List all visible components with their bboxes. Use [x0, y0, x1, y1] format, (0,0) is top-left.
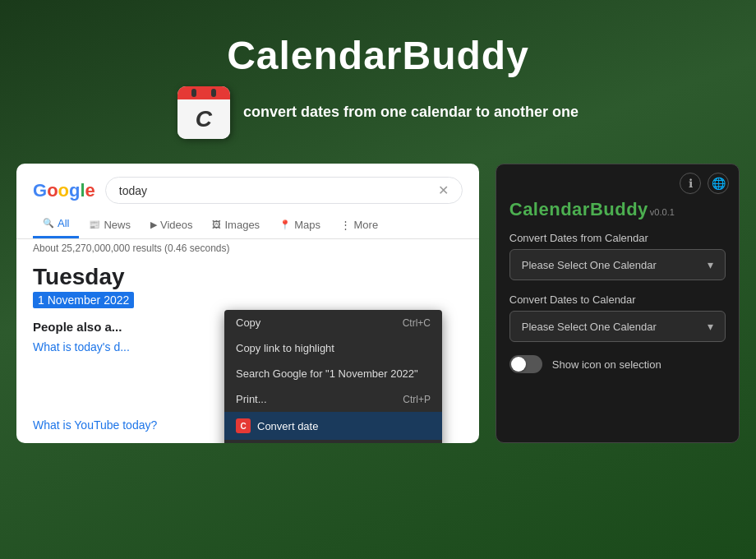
google-nav: 🔍 All 📰 News ▶ Videos 🖼 Images 📍 Maps ⋮ …	[16, 210, 479, 239]
toggle-label: Show icon on selection	[552, 358, 662, 371]
to-calendar-select[interactable]: Please Select One Calendar ▾	[509, 311, 726, 342]
nav-item-videos[interactable]: ▶ Videos	[141, 210, 203, 238]
globe-icon[interactable]: 🌐	[708, 173, 729, 194]
app-icon-body: C	[177, 99, 230, 139]
app-icon-top	[177, 86, 230, 99]
app-title: CalendarBuddy	[177, 33, 579, 78]
result-date: 1 November 2022	[33, 292, 134, 308]
to-label: Convert Dates to Calendar	[509, 293, 726, 306]
nav-item-news[interactable]: 📰 News	[79, 210, 141, 238]
icon-ring-left	[191, 89, 196, 97]
icon-ring-right	[211, 89, 216, 97]
what-is-youtube[interactable]: What is YouTube today?	[33, 418, 157, 432]
ext-title: CalendarBuddy	[509, 199, 648, 220]
nav-item-maps[interactable]: 📍 Maps	[270, 210, 330, 238]
context-inspect[interactable]: Inspect	[224, 440, 442, 443]
app-header: CalendarBuddy C convert dates from one c…	[177, 0, 579, 155]
context-copy-link[interactable]: Copy link to highlight	[224, 335, 442, 361]
show-icon-toggle[interactable]	[509, 355, 542, 373]
to-calendar-placeholder: Please Select One Calendar	[522, 321, 657, 333]
ext-version: v0.0.1	[650, 207, 675, 217]
info-icon[interactable]: ℹ	[680, 173, 701, 194]
from-label: Convert Dates from Calendar	[509, 232, 726, 244]
google-header: Google today ✕	[16, 164, 479, 210]
app-icon-letter: C	[196, 106, 212, 132]
context-menu: Copy Ctrl+C Copy link to highlight Searc…	[224, 310, 442, 443]
nav-item-images[interactable]: 🖼 Images	[202, 210, 270, 238]
app-subtitle: convert dates from one calendar to anoth…	[243, 102, 579, 122]
from-calendar-arrow: ▾	[708, 258, 713, 271]
to-calendar-arrow: ▾	[708, 320, 713, 333]
calendar-buddy-icon: C	[236, 418, 251, 433]
result-title: Tuesday	[33, 264, 463, 290]
google-clear-icon[interactable]: ✕	[438, 182, 449, 198]
subtitle-row: C convert dates from one calendar to ano…	[177, 86, 579, 139]
ext-title-row: CalendarBuddy v0.0.1	[496, 197, 739, 232]
context-search-google[interactable]: Search Google for "1 November 2022"	[224, 361, 442, 386]
google-logo: Google	[33, 180, 95, 201]
google-search-bar[interactable]: today ✕	[105, 177, 463, 204]
google-panel: Google today ✕ 🔍 All 📰 News ▶ Videos 🖼 I…	[16, 164, 479, 443]
panels-row: Google today ✕ 🔍 All 📰 News ▶ Videos 🖼 I…	[0, 155, 756, 451]
results-info: About 25,270,000,000 results (0.46 secon…	[16, 239, 479, 257]
from-calendar-placeholder: Please Select One Calendar	[522, 259, 657, 271]
extension-panel: ℹ 🌐 CalendarBuddy v0.0.1 Convert Dates f…	[496, 164, 740, 443]
from-calendar-select[interactable]: Please Select One Calendar ▾	[509, 249, 726, 280]
ext-body: Convert Dates from Calendar Please Selec…	[496, 232, 739, 386]
nav-item-more[interactable]: ⋮ More	[330, 210, 388, 238]
app-icon: C	[177, 86, 230, 139]
toggle-row: Show icon on selection	[509, 355, 726, 373]
context-print[interactable]: Print... Ctrl+P	[224, 386, 442, 412]
nav-item-all[interactable]: 🔍 All	[33, 210, 79, 238]
google-search-text: today	[119, 184, 147, 197]
context-copy[interactable]: Copy Ctrl+C	[224, 310, 442, 335]
toggle-knob	[511, 357, 526, 372]
ext-header: ℹ 🌐	[496, 164, 739, 197]
context-convert-date[interactable]: C Convert date	[224, 412, 442, 440]
